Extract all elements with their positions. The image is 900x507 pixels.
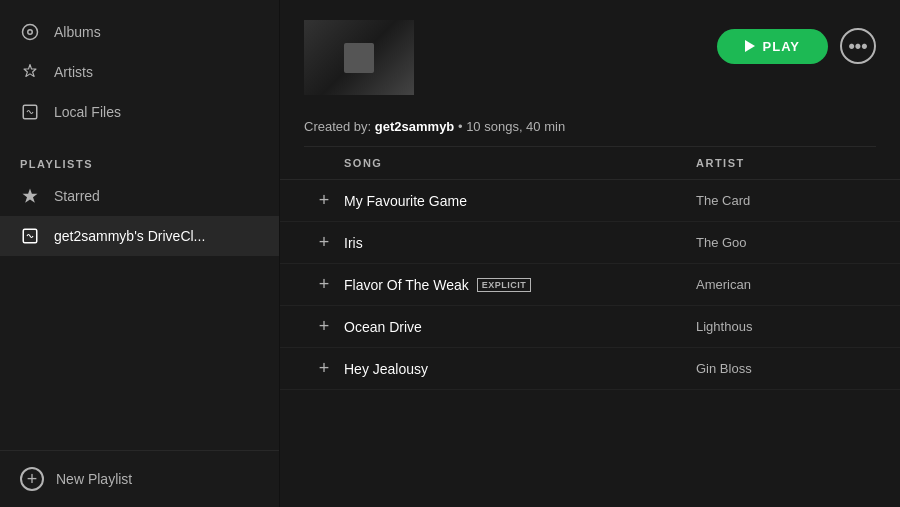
col-song-label: SONG	[344, 157, 696, 169]
meta-dot: •	[458, 119, 463, 134]
sidebar-nav: Albums Artists Local Files	[0, 0, 279, 144]
song-title: My Favourite Game	[344, 193, 467, 209]
meta-songs-count: 10 songs, 40 min	[466, 119, 565, 134]
song-title-cell: Flavor Of The Weak EXPLICIT	[344, 277, 696, 293]
song-title: Hey Jealousy	[344, 361, 428, 377]
header-actions: PLAY •••	[717, 20, 876, 64]
col-add	[304, 157, 344, 169]
song-artist: The Goo	[696, 235, 876, 250]
song-rows: + My Favourite Game The Card + Iris The …	[280, 180, 900, 507]
sidebar-item-local-files[interactable]: Local Files	[0, 92, 279, 132]
sidebar-footer: + New Playlist	[0, 450, 279, 507]
add-song-button[interactable]: +	[304, 274, 344, 295]
new-playlist-label: New Playlist	[56, 471, 132, 487]
album-art-image	[304, 20, 414, 95]
sidebar: Albums Artists Local Files PLAYLISTS	[0, 0, 280, 507]
song-title: Iris	[344, 235, 363, 251]
add-song-button[interactable]: +	[304, 358, 344, 379]
table-row[interactable]: + Flavor Of The Weak EXPLICIT American	[280, 264, 900, 306]
star-icon	[20, 186, 40, 206]
svg-point-1	[28, 30, 33, 35]
play-icon	[745, 40, 755, 52]
song-title-cell: My Favourite Game	[344, 193, 696, 209]
col-artist-label: ARTIST	[696, 157, 876, 169]
table-row[interactable]: + My Favourite Game The Card	[280, 180, 900, 222]
playlist-icon	[20, 226, 40, 246]
song-title: Ocean Drive	[344, 319, 422, 335]
sidebar-local-files-label: Local Files	[54, 104, 121, 120]
album-art	[304, 20, 414, 95]
add-song-button[interactable]: +	[304, 316, 344, 337]
playlist-label: get2sammyb's DriveCl...	[54, 228, 205, 244]
song-title: Flavor Of The Weak	[344, 277, 469, 293]
song-title-cell: Iris	[344, 235, 696, 251]
main-content: PLAY ••• Created by: get2sammyb • 10 son…	[280, 0, 900, 507]
svg-point-0	[23, 25, 38, 40]
more-icon: •••	[849, 36, 868, 57]
playlist-meta: Created by: get2sammyb • 10 songs, 40 mi…	[280, 115, 900, 146]
sidebar-item-albums[interactable]: Albums	[0, 12, 279, 52]
song-title-cell: Ocean Drive	[344, 319, 696, 335]
main-header: PLAY •••	[280, 0, 900, 115]
table-row[interactable]: + Ocean Drive Lighthous	[280, 306, 900, 348]
local-files-icon	[20, 102, 40, 122]
more-options-button[interactable]: •••	[840, 28, 876, 64]
sidebar-item-playlist[interactable]: get2sammyb's DriveCl...	[0, 216, 279, 256]
song-artist: Gin Bloss	[696, 361, 876, 376]
play-button[interactable]: PLAY	[717, 29, 828, 64]
playlists-section-label: PLAYLISTS	[0, 144, 279, 176]
sidebar-item-starred[interactable]: Starred	[0, 176, 279, 216]
artist-icon	[20, 62, 40, 82]
album-icon	[20, 22, 40, 42]
new-playlist-button[interactable]: + New Playlist	[20, 467, 259, 491]
add-song-button[interactable]: +	[304, 232, 344, 253]
song-list-header: SONG ARTIST	[280, 147, 900, 180]
sidebar-item-artists[interactable]: Artists	[0, 52, 279, 92]
song-artist: The Card	[696, 193, 876, 208]
sidebar-artists-label: Artists	[54, 64, 93, 80]
song-title-cell: Hey Jealousy	[344, 361, 696, 377]
starred-label: Starred	[54, 188, 100, 204]
play-label: PLAY	[763, 39, 800, 54]
meta-created-by: Created by:	[304, 119, 371, 134]
sidebar-albums-label: Albums	[54, 24, 101, 40]
explicit-badge: EXPLICIT	[477, 278, 532, 292]
meta-creator: get2sammyb	[375, 119, 454, 134]
table-row[interactable]: + Iris The Goo	[280, 222, 900, 264]
song-artist: American	[696, 277, 876, 292]
song-artist: Lighthous	[696, 319, 876, 334]
table-row[interactable]: + Hey Jealousy Gin Bloss	[280, 348, 900, 390]
add-song-button[interactable]: +	[304, 190, 344, 211]
new-playlist-icon: +	[20, 467, 44, 491]
